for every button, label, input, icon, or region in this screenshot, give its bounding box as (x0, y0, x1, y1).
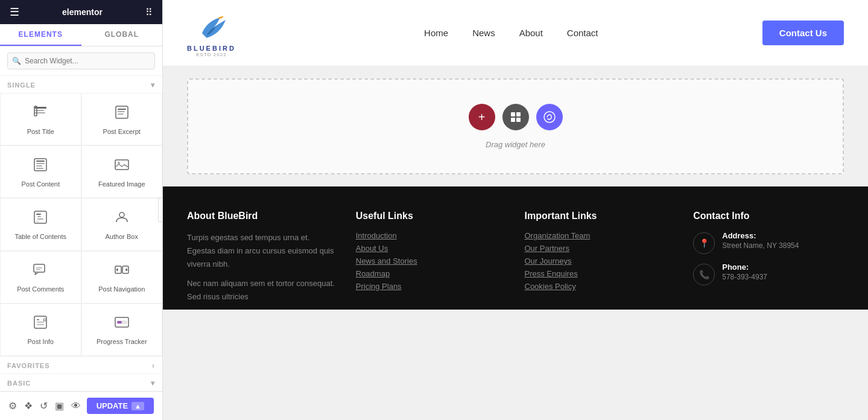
author-box-icon (113, 209, 130, 229)
widget-post-excerpt[interactable]: Post Excerpt (81, 93, 163, 145)
widget-featured-image-label: Featured Image (98, 180, 145, 188)
post-info-icon: i (32, 314, 49, 334)
update-caret[interactable]: ▲ (131, 402, 144, 410)
footer-address-label: Address: (722, 231, 799, 240)
add-section-button[interactable]: + (469, 104, 495, 130)
drop-buttons: + (469, 104, 563, 130)
menu-icon[interactable]: ☰ (10, 5, 19, 19)
svg-rect-37 (511, 118, 515, 122)
footer-link-pricing[interactable]: Pricing Plans (356, 282, 507, 291)
panel-tabs: ELEMENTS GLOBAL (0, 24, 162, 46)
footer-link-introduction[interactable]: Introduction (356, 231, 507, 240)
grid-icon[interactable]: ⠿ (145, 7, 153, 18)
widget-post-title[interactable]: Post Title (0, 93, 81, 145)
widget-progress-tracker[interactable]: Progress Tracker (81, 304, 163, 356)
widget-post-comments[interactable]: Post Comments (0, 251, 81, 304)
collapse-handle[interactable]: ‹ (158, 198, 163, 222)
tab-elements[interactable]: ELEMENTS (0, 24, 81, 46)
footer-important-col: Important Links Organization Team Our Pa… (525, 211, 676, 310)
site-logo: BLUEBIRD ESTD 2022 (187, 8, 236, 57)
tab-global[interactable]: GLOBAL (81, 24, 163, 46)
section-single: SINGLE ▾ (0, 76, 162, 93)
panel-title: elementor (62, 7, 103, 17)
contact-us-button[interactable]: Contact Us (762, 21, 844, 45)
logo-sub: ESTD 2022 (196, 52, 226, 57)
footer-link-partners[interactable]: Our Partners (525, 244, 676, 253)
svg-rect-2 (34, 112, 45, 113)
preview-icon[interactable]: 👁 (71, 401, 81, 412)
footer-contact-col: Contact Info 📍 Address: Street Name, NY … (693, 211, 844, 310)
nav-home[interactable]: Home (424, 28, 448, 38)
svg-rect-27 (37, 319, 39, 320)
footer-about-col: About BlueBird Turpis egestas sed tempus… (187, 211, 338, 310)
drop-zone: + Drag widget here (187, 78, 844, 174)
nav-contact[interactable]: Contact (567, 28, 598, 38)
panel-header: ☰ elementor ⠿ (0, 0, 162, 24)
search-input[interactable] (7, 52, 155, 69)
progress-tracker-icon (113, 314, 130, 334)
footer-link-news[interactable]: News and Stories (356, 256, 507, 266)
section-basic-chevron[interactable]: ▾ (151, 379, 155, 387)
update-button[interactable]: UPDATE ▲ (87, 398, 154, 414)
svg-rect-34 (117, 321, 122, 323)
svg-rect-5 (118, 109, 126, 110)
footer-address-row: 📍 Address: Street Name, NY 38954 (693, 231, 844, 254)
widget-table-of-contents[interactable]: Table of Contents (0, 198, 81, 250)
search-bar: 🔍 (0, 46, 162, 76)
footer-link-about-us[interactable]: About Us (356, 244, 507, 253)
search-icon: 🔍 (12, 57, 21, 65)
widget-post-navigation-label: Post Navigation (98, 285, 145, 293)
responsive-icon[interactable]: ▣ (55, 400, 64, 412)
history-icon[interactable]: ↺ (40, 400, 48, 412)
section-favorites: FAVORITES › (0, 356, 162, 374)
svg-rect-22 (36, 267, 42, 269)
footer-phone-row: 📞 Phone: 578-393-4937 (693, 262, 844, 285)
logo-bird-svg (193, 8, 229, 45)
footer-link-cookies[interactable]: Cookies Policy (525, 282, 676, 291)
widget-post-content[interactable]: Post Content (0, 145, 81, 198)
section-single-chevron[interactable]: ▾ (151, 81, 155, 89)
svg-rect-13 (115, 160, 128, 170)
footer-link-org-team[interactable]: Organization Team (525, 231, 676, 240)
post-excerpt-icon (113, 104, 130, 124)
panel-bottom: ⚙ ❖ ↺ ▣ 👁 UPDATE ▲ (0, 391, 162, 420)
layers-icon[interactable]: ❖ (24, 400, 33, 412)
logo-text: BLUEBIRD (187, 45, 236, 52)
footer-useful-col: Useful Links Introduction About Us News … (356, 211, 507, 310)
widget-post-info[interactable]: i Post Info (0, 304, 81, 356)
svg-rect-23 (36, 269, 40, 270)
site-footer: About BlueBird Turpis egestas sed tempus… (163, 186, 868, 310)
add-grid-button[interactable] (502, 104, 529, 130)
section-favorites-chevron[interactable]: › (152, 361, 155, 370)
svg-rect-29 (37, 324, 44, 325)
svg-rect-38 (516, 118, 521, 122)
settings-icon[interactable]: ⚙ (8, 400, 17, 412)
footer-about-title: About BlueBird (187, 211, 338, 221)
phone-icon: 📞 (693, 264, 715, 285)
widget-post-info-label: Post Info (28, 338, 54, 345)
widget-featured-image[interactable]: Featured Image (81, 145, 163, 198)
footer-link-journeys[interactable]: Our Journeys (525, 256, 676, 266)
svg-point-39 (544, 112, 555, 122)
footer-link-roadmap[interactable]: Roadmap (356, 269, 507, 278)
nav-news[interactable]: News (472, 28, 495, 38)
footer-useful-title: Useful Links (356, 211, 507, 221)
widget-post-title-label: Post Title (27, 128, 54, 135)
widget-post-navigation[interactable]: Post Navigation (81, 251, 163, 304)
svg-rect-11 (36, 165, 42, 167)
footer-link-press[interactable]: Press Enquires (525, 269, 676, 278)
footer-about-text1: Turpis egestas sed tempus urna et. Egest… (187, 231, 338, 271)
svg-rect-28 (37, 322, 44, 323)
add-template-button[interactable] (536, 104, 563, 130)
footer-inner: About BlueBird Turpis egestas sed tempus… (187, 211, 844, 310)
table-of-contents-icon (32, 209, 49, 229)
section-basic: BASIC ▾ (0, 374, 162, 391)
svg-rect-7 (118, 113, 124, 115)
widget-author-box[interactable]: Author Box (81, 198, 163, 250)
widget-post-content-label: Post Content (21, 180, 60, 188)
nav-about[interactable]: About (519, 28, 543, 38)
svg-point-20 (119, 212, 124, 217)
svg-rect-18 (37, 218, 43, 220)
widget-post-comments-label: Post Comments (17, 285, 64, 293)
left-panel: ☰ elementor ⠿ ELEMENTS GLOBAL 🔍 SINGLE ▾ (0, 0, 163, 420)
